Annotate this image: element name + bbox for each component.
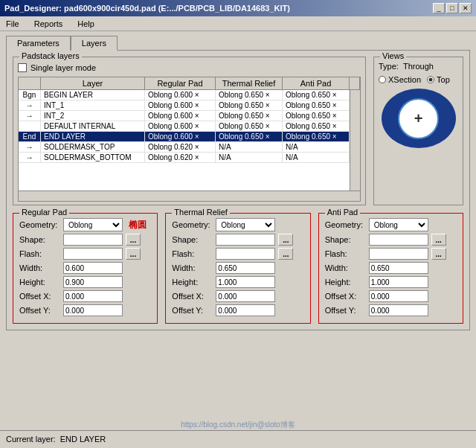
minimize-button[interactable]: _ <box>433 3 445 13</box>
anti-offsetx-input[interactable] <box>369 290 428 302</box>
thermal-width-input[interactable] <box>216 262 275 274</box>
thermal-width-row: Width: <box>172 262 303 274</box>
row-layer: INT_2 <box>41 111 145 121</box>
row-layer: SOLDERMASK_BOTTOM <box>41 153 145 162</box>
regular-width-input[interactable] <box>63 262 123 274</box>
thermal-offsetx-label: Offset X: <box>172 292 213 301</box>
regular-width-row: Width: <box>19 262 151 274</box>
regular-offsetx-row: Offset X: <box>19 290 151 302</box>
row-regular: Oblong 0.600 × <box>145 132 216 141</box>
tab-layers[interactable]: Layers <box>71 36 118 51</box>
thermal-shape-row: Shape: ... <box>172 234 303 246</box>
row-anti: Oblong 0.650 × <box>283 121 350 131</box>
top-label: Top <box>437 75 450 84</box>
thermal-shape-input[interactable] <box>216 234 275 246</box>
table-row[interactable]: End END LAYER Oblong 0.600 × Oblong 0.65… <box>19 132 350 142</box>
tab-parameters[interactable]: Parameters <box>6 36 71 51</box>
pad-inner: + <box>398 98 439 139</box>
col-scroll-header <box>350 77 360 89</box>
bottom-form: Regular Pad Geometry: Oblong 椭圆 Shape: .… <box>13 213 463 324</box>
padstack-layers-label: Padstack layers <box>19 51 82 60</box>
anti-flash-row: Flash: ... <box>325 248 457 260</box>
padstack-layers-section: Padstack layers Single layer mode Layer … <box>13 57 366 205</box>
top-radio-group[interactable]: Top <box>427 75 450 84</box>
regular-geometry-select[interactable]: Oblong <box>63 218 123 231</box>
regular-offsetx-label: Offset X: <box>19 292 60 301</box>
thermal-height-input[interactable] <box>216 276 275 288</box>
regular-shape-button[interactable]: ... <box>126 234 141 246</box>
row-thermal: N/A <box>216 153 283 162</box>
current-layer-label: Current layer: <box>6 435 56 444</box>
thermal-geometry-select[interactable]: Oblong <box>216 218 275 231</box>
main-area: Parameters Layers Padstack layers Single… <box>0 31 476 447</box>
col-regular: Regular Pad <box>145 77 216 89</box>
anti-height-label: Height: <box>325 278 366 287</box>
table-row[interactable]: Bgn BEGIN LAYER Oblong 0.600 × Oblong 0.… <box>19 90 350 100</box>
single-layer-checkbox[interactable] <box>18 63 27 72</box>
regular-height-input[interactable] <box>63 276 123 288</box>
anti-flash-input[interactable] <box>369 248 428 260</box>
menu-file[interactable]: File <box>3 19 22 29</box>
thermal-flash-input[interactable] <box>216 248 275 260</box>
anti-offsety-input[interactable] <box>369 304 428 316</box>
xsection-radio[interactable] <box>379 76 386 83</box>
anti-width-input[interactable] <box>369 262 428 274</box>
single-layer-row: Single layer mode <box>18 63 361 72</box>
views-type-row: Type: Through <box>379 62 458 71</box>
row-anti: N/A <box>283 153 350 162</box>
regular-offsetx-input[interactable] <box>63 290 123 302</box>
thermal-height-label: Height: <box>172 278 213 287</box>
regular-flash-button[interactable]: ... <box>126 248 141 260</box>
col-prefix <box>19 77 41 89</box>
row-prefix: Bgn <box>19 90 41 100</box>
row-anti: Oblong 0.650 × <box>283 111 350 121</box>
views-label: Views <box>380 51 406 60</box>
xsection-radio-group[interactable]: XSection <box>379 75 421 84</box>
regular-pad-label: Regular Pad <box>19 208 69 217</box>
thermal-shape-button[interactable]: ... <box>278 234 293 246</box>
anti-flash-button[interactable]: ... <box>431 248 446 260</box>
table-body[interactable]: Bgn BEGIN LAYER Oblong 0.600 × Oblong 0.… <box>19 90 350 191</box>
thermal-relief-group: Thermal Relief Geometry: Oblong Shape: .… <box>165 213 310 324</box>
regular-height-label: Height: <box>19 278 60 287</box>
anti-shape-button[interactable]: ... <box>431 234 446 246</box>
row-layer: INT_1 <box>41 100 145 110</box>
top-section: Padstack layers Single layer mode Layer … <box>13 57 463 205</box>
row-thermal: Oblong 0.650 × <box>216 121 283 131</box>
row-layer: END LAYER <box>41 132 145 141</box>
top-radio[interactable] <box>427 76 434 83</box>
close-button[interactable]: ✕ <box>460 3 472 13</box>
thermal-flash-button[interactable]: ... <box>278 248 293 260</box>
horizontal-scrollbar[interactable] <box>19 191 360 201</box>
table-row[interactable]: → SOLDERMASK_TOP Oblong 0.620 × N/A N/A <box>19 142 350 153</box>
anti-offsety-label: Offset Y: <box>325 306 366 315</box>
maximize-button[interactable]: □ <box>446 3 458 13</box>
menu-help[interactable]: Help <box>74 19 97 29</box>
regular-offsety-input[interactable] <box>63 304 123 316</box>
regular-shape-row: Shape: ... <box>19 234 151 246</box>
thermal-offsety-input[interactable] <box>216 304 275 316</box>
thermal-offsetx-input[interactable] <box>216 290 275 302</box>
thermal-relief-label: Thermal Relief <box>172 208 230 217</box>
anti-geometry-select[interactable]: Oblong <box>369 218 428 231</box>
regular-shape-label: Shape: <box>19 235 60 244</box>
table-scrollbar[interactable] <box>350 90 360 191</box>
row-prefix <box>19 121 41 131</box>
anti-height-input[interactable] <box>369 276 428 288</box>
regular-geometry-control: Oblong 椭圆 <box>63 218 147 231</box>
table-row[interactable]: DEFAULT INTERNAL Oblong 0.600 × Oblong 0… <box>19 121 350 132</box>
menu-reports[interactable]: Reports <box>31 19 66 29</box>
regular-shape-input[interactable] <box>63 234 123 246</box>
table-row[interactable]: → SOLDERMASK_BOTTOM Oblong 0.620 × N/A N… <box>19 153 350 163</box>
table-row[interactable]: → INT_2 Oblong 0.600 × Oblong 0.650 × Ob… <box>19 111 350 121</box>
views-radio-row: XSection Top <box>379 75 458 84</box>
row-regular: Oblong 0.620 × <box>145 142 216 152</box>
anti-shape-input[interactable] <box>369 234 428 246</box>
anti-flash-label: Flash: <box>325 249 366 258</box>
row-thermal: Oblong 0.650 × <box>216 100 283 110</box>
regular-flash-input[interactable] <box>63 248 123 260</box>
chinese-label: 椭圆 <box>129 219 147 231</box>
thermal-flash-label: Flash: <box>172 249 213 258</box>
table-row[interactable]: → INT_1 Oblong 0.600 × Oblong 0.650 × Ob… <box>19 100 350 111</box>
thermal-width-label: Width: <box>172 263 213 272</box>
